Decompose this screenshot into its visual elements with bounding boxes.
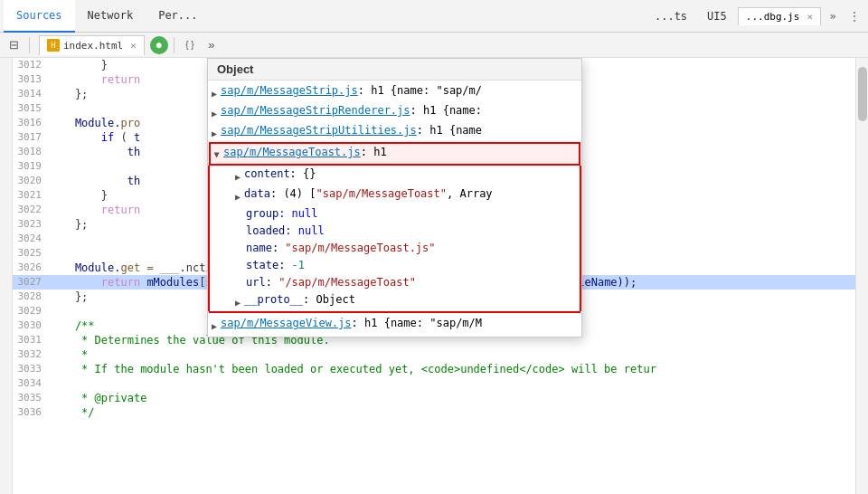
object-popup: Object ▶sap/m/MessageStrip.js: h1 {name:… [207, 58, 582, 337]
code-content[interactable]: 3012 }3013 return3014 };30153016 Module.… [13, 58, 868, 494]
code-line[interactable]: 3032 * [13, 347, 868, 362]
popup-container: Object ▶sap/m/MessageStrip.js: h1 {name:… [207, 58, 582, 337]
more-options-button[interactable]: » [202, 35, 222, 55]
popup-filename[interactable]: sap/m/MessageToast.js [223, 145, 361, 160]
popup-suffix: : h1 {name: "sap/m/ [358, 83, 482, 99]
expand-arrow-icon: ▶ [235, 295, 241, 310]
line-number: 3033 [13, 362, 49, 376]
popup-child-item[interactable]: url: "/sap/m/MessageToast" [208, 274, 581, 291]
popup-child-item[interactable]: loaded: null [208, 223, 581, 240]
popup-key: group [246, 206, 278, 222]
code-line[interactable]: 3033 * If the module hasn't been loaded … [13, 362, 868, 376]
line-number: 3027 [13, 275, 49, 290]
scrollbar-thumb[interactable] [858, 67, 867, 121]
tab-performance[interactable]: Per... [146, 0, 210, 33]
breakpoint-icon[interactable]: ● [150, 36, 168, 54]
line-content: */ [49, 405, 868, 420]
popup-child-item[interactable]: name: "sap/m/MessageToast.js" [208, 240, 581, 257]
popup-item[interactable]: ▶sap/m/MessageView.js: h1 {name: "sap/m/… [208, 315, 581, 335]
expand-arrow-icon: ▶ [212, 106, 217, 121]
file-tab-name: index.html [63, 40, 123, 52]
tab-ts[interactable]: ...ts [646, 6, 696, 26]
line-number: 3018 [13, 145, 49, 159]
popup-filename[interactable]: sap/m/MessageStripRenderer.js [221, 103, 410, 119]
popup-key: data [244, 186, 270, 202]
popup-value: : null [278, 206, 317, 222]
code-line[interactable]: 3036 */ [13, 405, 868, 420]
line-number: 3022 [13, 203, 49, 217]
popup-item[interactable]: ▶sap/m/MessageToast.js: h1 [209, 142, 580, 166]
line-number: 3016 [13, 116, 49, 130]
popup-item[interactable]: ▶sap/m/MessageStrip.js: h1 {name: "sap/m… [208, 82, 581, 102]
dock-button[interactable]: ⋮ [844, 6, 864, 26]
popup-value: : {} [290, 166, 316, 182]
line-number: 3031 [13, 333, 49, 347]
popup-suffix: : h1 {name: "sap/m/M [352, 316, 483, 331]
popup-child-item[interactable]: state: -1 [208, 257, 581, 274]
popup-title: Object [208, 59, 581, 81]
popup-value: : "sap/m/MessageToast.js" [272, 241, 436, 256]
line-number: 3036 [13, 405, 49, 420]
tab-bar-right: ...ts UI5 ...dbg.js × » ⋮ [646, 6, 864, 26]
html-file-icon: H [47, 39, 60, 52]
tab-network[interactable]: Network [75, 0, 146, 33]
expand-arrow-icon: ▶ [212, 318, 217, 334]
line-number: 3013 [13, 72, 49, 87]
popup-key: loaded [246, 223, 285, 239]
tab-sources[interactable]: Sources [4, 0, 75, 33]
toggle-sidebar-button[interactable]: ⊟ [4, 35, 24, 55]
line-number: 3034 [13, 376, 49, 391]
popup-value: : Object [303, 292, 355, 308]
vertical-scrollbar[interactable] [855, 58, 868, 494]
line-number: 3015 [13, 101, 49, 116]
popup-child-item[interactable]: ▶__proto__: Object [208, 291, 581, 311]
popup-value: : null [285, 223, 324, 239]
line-number: 3023 [13, 217, 49, 232]
popup-value: : "/sap/m/MessageToast" [266, 275, 416, 290]
popup-filename[interactable]: sap/m/MessageView.js [221, 316, 352, 331]
more-tabs-button[interactable]: » [823, 6, 843, 26]
line-number: 3020 [13, 174, 49, 188]
line-number: 3025 [13, 246, 49, 261]
popup-child-item[interactable]: group: null [208, 205, 581, 223]
left-gutter-scrollbar [0, 58, 13, 494]
popup-item[interactable]: ▶sap/m/MessageStripUtilities.js: h1 {nam… [208, 122, 581, 142]
expand-arrow-icon: ▶ [212, 126, 217, 141]
line-number: 3017 [13, 130, 49, 145]
line-number: 3035 [13, 391, 49, 405]
popup-value: : (4) ["sap/m/MessageToast", Array [270, 186, 493, 202]
expand-arrow-icon: ▶ [210, 152, 225, 157]
code-editor: 3012 }3013 return3014 };30153016 Module.… [0, 58, 868, 494]
line-number: 3014 [13, 87, 49, 101]
popup-item[interactable]: ▶sap/m/MessageStripRenderer.js: h1 {name… [208, 102, 581, 122]
line-number: 3028 [13, 290, 49, 304]
expand-arrow-icon: ▶ [235, 169, 241, 185]
file-tab-close-icon[interactable]: × [130, 40, 137, 52]
popup-filename[interactable]: sap/m/MessageStrip.js [221, 83, 358, 99]
popup-child-item[interactable]: ▶data: (4) ["sap/m/MessageToast", Array [208, 185, 581, 205]
expand-arrow-icon: ▶ [212, 86, 217, 101]
format-button[interactable]: { } [180, 35, 200, 55]
open-file-tab[interactable]: H index.html × [39, 35, 145, 55]
line-number: 3021 [13, 188, 49, 203]
dbg-file-name: ...dbg.js [746, 11, 800, 23]
popup-key: content [244, 166, 290, 182]
popup-filename[interactable]: sap/m/MessageStripUtilities.js [221, 123, 417, 138]
popup-body[interactable]: ▶sap/m/MessageStrip.js: h1 {name: "sap/m… [208, 81, 581, 337]
line-content: * [49, 347, 868, 362]
toolbar-separator-1 [29, 37, 30, 53]
code-line[interactable]: 3035 * @private [13, 391, 868, 405]
popup-key: name [246, 241, 272, 256]
code-line[interactable]: 3034 [13, 376, 868, 391]
popup-key: state [246, 258, 278, 273]
popup-key: __proto__ [244, 292, 303, 308]
tab-ui5[interactable]: UI5 [698, 6, 736, 26]
line-number: 3030 [13, 318, 49, 333]
dbg-file-tab[interactable]: ...dbg.js × [738, 7, 821, 25]
expand-arrow-icon: ▶ [235, 189, 241, 204]
popup-suffix: : h1 {name: [410, 103, 482, 119]
tab-bar: Sources Network Per... ...ts UI5 ...dbg.… [0, 0, 868, 33]
popup-child-item[interactable]: ▶content: {} [208, 166, 581, 185]
dbg-close-icon[interactable]: × [807, 11, 813, 23]
toolbar-separator-2 [174, 37, 175, 53]
